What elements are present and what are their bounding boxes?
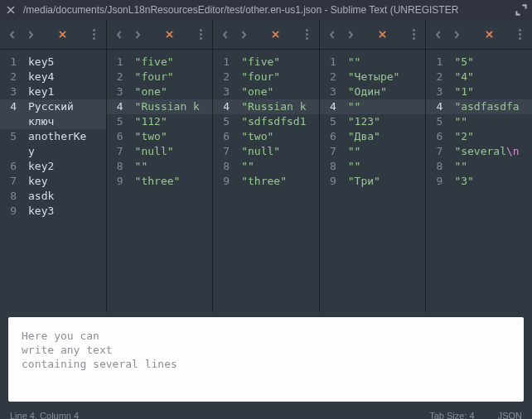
tab-menu-icon[interactable] — [407, 26, 420, 43]
code-line: "four" — [132, 70, 213, 84]
tab-menu-icon[interactable] — [301, 26, 314, 43]
code-line: "112" — [132, 114, 213, 129]
tab-menu-icon[interactable] — [514, 26, 527, 43]
tab-next-icon[interactable] — [130, 27, 145, 42]
editor-content[interactable]: """Четыре""Один""""123""Два""""""Три" — [345, 50, 426, 189]
editor-pane[interactable]: 123456789"five""four""one""Russian k"112… — [107, 50, 214, 312]
tab-prev-icon[interactable] — [431, 27, 446, 42]
code-line: ключ — [25, 114, 106, 129]
tab-group — [426, 20, 532, 49]
code-line: "1" — [451, 84, 532, 99]
editor-content[interactable]: "5""4""1""asdfasdfa"""2""several\n"""3" — [451, 50, 532, 189]
bottom-panel-text: Here you can write any text containing s… — [8, 317, 524, 383]
code-line: "" — [345, 144, 426, 159]
line-number: 1 — [213, 55, 238, 70]
code-line: "3" — [451, 174, 532, 189]
line-gutter: 123456789 — [320, 50, 345, 189]
status-position[interactable]: Line 4, Column 4 — [10, 411, 79, 420]
code-line: "Три" — [345, 174, 426, 189]
tab-close-icon[interactable] — [481, 26, 497, 43]
line-gutter: 123456789 — [213, 50, 238, 189]
status-language[interactable]: JSON — [498, 411, 522, 420]
line-number: 3 — [107, 84, 132, 99]
code-line: "" — [345, 99, 426, 114]
line-number: 1 — [0, 55, 25, 70]
code-line: "sdfsdfsd1 — [238, 114, 319, 129]
tab-next-icon[interactable] — [343, 27, 358, 42]
tabs-bar — [0, 20, 532, 50]
editor-pane[interactable]: 123456789key5key4key1Русский ключanother… — [0, 50, 107, 312]
line-number: 9 — [426, 174, 451, 189]
line-number: 8 — [107, 159, 132, 174]
line-number: 4 — [0, 99, 25, 114]
editor-content[interactable]: "five""four""one""Russian k"112""two""nu… — [132, 50, 213, 189]
tab-close-icon[interactable] — [161, 26, 177, 43]
line-number: 6 — [320, 129, 345, 144]
code-line: "one" — [132, 84, 213, 99]
tab-next-icon[interactable] — [236, 27, 251, 42]
line-number: 9 — [213, 174, 238, 189]
line-number: 9 — [107, 174, 132, 189]
line-number: 5 — [0, 129, 25, 144]
line-number: 8 — [426, 159, 451, 174]
line-number: 4 — [213, 99, 238, 114]
line-number: 4 — [426, 99, 451, 114]
line-number: 2 — [213, 70, 238, 84]
tab-prev-icon[interactable] — [5, 27, 20, 42]
code-line: "5" — [451, 55, 532, 70]
line-number: 7 — [320, 144, 345, 159]
line-number: 8 — [320, 159, 345, 174]
code-line: "Один" — [345, 84, 426, 99]
line-number: 3 — [0, 84, 25, 99]
code-line: "2" — [451, 129, 532, 144]
line-number: 5 — [213, 114, 238, 129]
line-number: 2 — [426, 70, 451, 84]
tab-prev-icon[interactable] — [112, 27, 127, 42]
line-number: 6 — [213, 129, 238, 144]
close-icon[interactable] — [5, 4, 17, 16]
code-line: "three" — [132, 174, 213, 189]
tab-next-icon[interactable] — [23, 27, 38, 42]
status-tab-size[interactable]: Tab Size: 4 — [429, 411, 474, 420]
tab-close-icon[interactable] — [375, 26, 391, 43]
tab-menu-icon[interactable] — [194, 26, 207, 43]
line-number: 7 — [213, 144, 238, 159]
line-number: 1 — [426, 55, 451, 70]
code-line: "" — [238, 159, 319, 174]
line-number: 1 — [107, 55, 132, 70]
tab-prev-icon[interactable] — [325, 27, 340, 42]
code-line: key2 — [25, 159, 106, 174]
code-line: "two" — [132, 129, 213, 144]
editor-pane[interactable]: 123456789"5""4""1""asdfasdfa"""2""severa… — [426, 50, 532, 312]
tab-close-icon[interactable] — [268, 26, 284, 43]
code-line: "null" — [238, 144, 319, 159]
line-number: 5 — [426, 114, 451, 129]
tab-group — [320, 20, 427, 49]
editor-pane[interactable]: 123456789"""Четыре""Один""""123""Два""""… — [320, 50, 427, 312]
tab-prev-icon[interactable] — [218, 27, 233, 42]
code-line: "" — [132, 159, 213, 174]
line-number: 5 — [320, 114, 345, 129]
editor-content[interactable]: key5key4key1Русский ключanotherKeykey2ke… — [25, 50, 106, 219]
code-line: key3 — [25, 204, 106, 219]
tab-next-icon[interactable] — [449, 27, 464, 42]
maximize-icon[interactable] — [515, 4, 527, 16]
code-line: key5 — [25, 55, 106, 70]
line-number: 9 — [0, 204, 25, 219]
code-line: "four" — [238, 70, 319, 84]
editor-content[interactable]: "five""four""one""Russian k"sdfsdfsd1"tw… — [238, 50, 319, 189]
code-line: anotherKe — [25, 129, 106, 144]
code-line: asdk — [25, 189, 106, 204]
bottom-panel[interactable]: Here you can write any text containing s… — [8, 317, 524, 402]
code-line: "" — [345, 159, 426, 174]
editor-panes: 123456789key5key4key1Русский ключanother… — [0, 50, 532, 312]
code-line: "Четыре" — [345, 70, 426, 84]
code-line: "three" — [238, 174, 319, 189]
editor-pane[interactable]: 123456789"five""four""one""Russian k"sdf… — [213, 50, 320, 312]
line-number: 8 — [0, 189, 25, 204]
line-number: 1 — [320, 55, 345, 70]
tab-close-icon[interactable] — [55, 26, 71, 43]
code-line: "4" — [451, 70, 532, 84]
tab-menu-icon[interactable] — [88, 26, 101, 43]
tab-group — [107, 20, 214, 49]
